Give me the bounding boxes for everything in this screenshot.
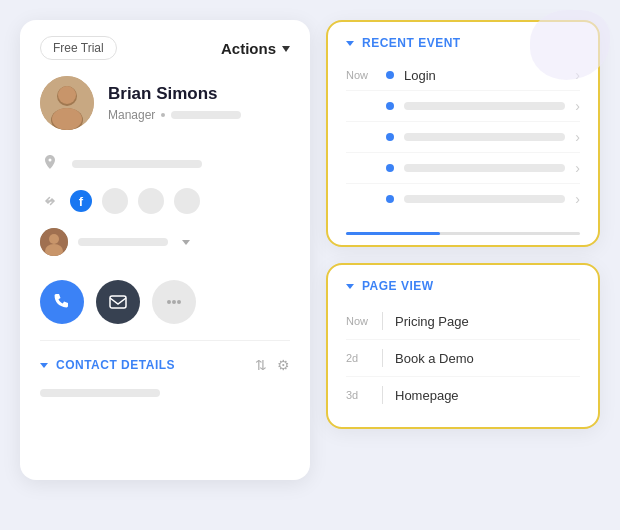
owner-placeholder xyxy=(78,238,168,246)
page-view-header: PAGE VIEW xyxy=(328,265,598,303)
card-header: Free Trial Actions xyxy=(20,20,310,72)
location-placeholder xyxy=(72,160,202,168)
event-dot-2 xyxy=(386,133,394,141)
avatar xyxy=(40,76,94,130)
event-item-4: › xyxy=(346,184,580,214)
event-line-2 xyxy=(404,133,565,141)
svg-point-10 xyxy=(172,300,176,304)
page-view-chevron-icon xyxy=(346,284,354,289)
pv-time-1: 2d xyxy=(346,352,370,364)
event-dot-4 xyxy=(386,195,394,203)
event-line-4 xyxy=(404,195,565,203)
event-dot-1 xyxy=(386,102,394,110)
event-chevron-1: › xyxy=(575,98,580,114)
svg-point-3 xyxy=(58,86,76,104)
action-buttons xyxy=(20,264,310,340)
event-item-2: › xyxy=(346,122,580,153)
actions-label: Actions xyxy=(221,40,276,57)
chevron-down-icon xyxy=(282,46,290,52)
right-side: RECENT EVENT Now Login › › xyxy=(326,20,600,429)
svg-point-9 xyxy=(167,300,171,304)
contact-chevron-icon xyxy=(40,363,48,368)
event-time-0: Now xyxy=(346,69,376,81)
page-view-item-0: Now Pricing Page xyxy=(346,303,580,340)
event-chevron-4: › xyxy=(575,191,580,207)
link-icon xyxy=(40,191,60,211)
message-button[interactable] xyxy=(96,280,140,324)
profile-name: Brian Simons xyxy=(108,84,241,104)
pv-label-2: Homepage xyxy=(395,388,459,403)
event-item-1: › xyxy=(346,91,580,122)
contact-details-header: CONTACT DETAILS ⇅ ⚙ xyxy=(20,341,310,385)
contact-details-label: CONTACT DETAILS xyxy=(56,358,175,372)
role-dot xyxy=(161,113,165,117)
pv-sep-0 xyxy=(382,312,383,330)
contact-details-title: CONTACT DETAILS xyxy=(40,358,175,372)
profile-info: Brian Simons Manager xyxy=(108,84,241,122)
event-dot-3 xyxy=(386,164,394,172)
scroll-thumb xyxy=(346,232,440,235)
actions-button[interactable]: Actions xyxy=(221,40,290,57)
profile-role-text: Manager xyxy=(108,108,155,122)
pv-sep-1 xyxy=(382,349,383,367)
pv-time-2: 3d xyxy=(346,389,370,401)
page-view-item-1: 2d Book a Demo xyxy=(346,340,580,377)
recent-event-chevron-icon xyxy=(346,41,354,46)
free-trial-badge: Free Trial xyxy=(40,36,117,60)
phone-button[interactable] xyxy=(40,280,84,324)
location-icon xyxy=(40,154,60,174)
event-chevron-3: › xyxy=(575,160,580,176)
owner-row xyxy=(40,228,290,256)
settings-icon[interactable]: ⚙ xyxy=(277,357,290,373)
social-placeholder-1 xyxy=(102,188,128,214)
recent-event-title: RECENT EVENT xyxy=(362,36,461,50)
svg-rect-8 xyxy=(110,296,126,308)
page-view-card: PAGE VIEW Now Pricing Page 2d Book a Dem… xyxy=(326,263,600,429)
info-rows: f xyxy=(20,146,310,264)
scroll-bar xyxy=(346,232,580,235)
page-view-item-2: 3d Homepage xyxy=(346,377,580,413)
facebook-icon[interactable]: f xyxy=(70,190,92,212)
event-list: Now Login › › › xyxy=(328,60,598,228)
social-placeholder-3 xyxy=(174,188,200,214)
event-dot-0 xyxy=(386,71,394,79)
social-row: f xyxy=(40,188,290,214)
social-placeholder-2 xyxy=(138,188,164,214)
owner-chevron-icon xyxy=(182,240,190,245)
pv-time-0: Now xyxy=(346,315,370,327)
owner-avatar xyxy=(40,228,68,256)
contact-action-icons: ⇅ ⚙ xyxy=(255,357,290,373)
svg-point-11 xyxy=(177,300,181,304)
profile-section: Brian Simons Manager xyxy=(20,72,310,146)
contact-card: Free Trial Actions Bri xyxy=(20,20,310,480)
contact-line-1 xyxy=(40,389,160,397)
svg-point-6 xyxy=(49,234,59,244)
page-view-title: PAGE VIEW xyxy=(362,279,434,293)
event-line-1 xyxy=(404,102,565,110)
more-button[interactable] xyxy=(152,280,196,324)
location-row xyxy=(40,154,290,174)
pv-label-0: Pricing Page xyxy=(395,314,469,329)
contact-lines xyxy=(20,385,310,413)
profile-role: Manager xyxy=(108,108,241,122)
main-container: Free Trial Actions Bri xyxy=(0,0,620,530)
svg-point-4 xyxy=(52,108,82,130)
role-line-placeholder xyxy=(171,111,241,119)
event-item-3: › xyxy=(346,153,580,184)
pv-sep-2 xyxy=(382,386,383,404)
event-chevron-2: › xyxy=(575,129,580,145)
pv-label-1: Book a Demo xyxy=(395,351,474,366)
filter-icon[interactable]: ⇅ xyxy=(255,357,267,373)
page-view-list: Now Pricing Page 2d Book a Demo 3d Homep… xyxy=(328,303,598,427)
event-line-3 xyxy=(404,164,565,172)
main-wrapper: Free Trial Actions Bri xyxy=(0,0,620,530)
